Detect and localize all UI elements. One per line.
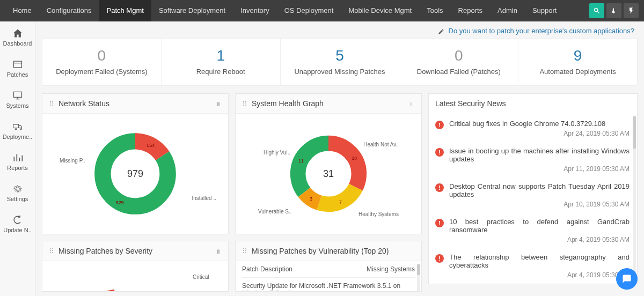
svg-text:825: 825: [116, 200, 124, 205]
sidebar-item-systems[interactable]: Systems: [0, 84, 35, 115]
table-row[interactable]: Security Update for Microsoft .NET Frame…: [242, 278, 415, 292]
sidebar-item-dashboard[interactable]: Dashboard: [0, 21, 35, 53]
scrollbar-thumb[interactable]: [633, 116, 636, 149]
kpi-value: 1: [166, 47, 276, 64]
col-patch-description: Patch Description: [242, 265, 356, 273]
kpi-download-failed-patches-[interactable]: 0Download Failed (Patches): [399, 39, 518, 85]
patches-icon: [12, 59, 23, 70]
kpi-require-reboot[interactable]: 1Require Reboot: [162, 39, 281, 85]
sidebar-item-update[interactable]: Update N..: [0, 208, 35, 239]
truck-icon: [12, 121, 23, 132]
kpi-label: Automated Deployments: [523, 68, 633, 76]
flash-button[interactable]: [624, 3, 639, 18]
sidebar-item-reports[interactable]: Reports: [0, 146, 35, 177]
alert-icon: !: [435, 254, 444, 263]
news-title: 10 best practices to defend against Gand…: [449, 218, 630, 234]
nav-tab-os-deployment[interactable]: OS Deployment: [277, 0, 341, 21]
vulnerable-systems-label: Vulnerable S..: [258, 209, 291, 214]
banner-link[interactable]: Do you want to patch your enterprise's c…: [449, 27, 634, 35]
kpi-value: 0: [404, 47, 514, 64]
alert-icon: !: [435, 219, 444, 227]
kpi-label: Deployment Failed (Systems): [47, 68, 157, 76]
rocket-icon: [610, 7, 618, 14]
rocket-button[interactable]: [606, 3, 621, 18]
news-title: Desktop Central now supports Patch Tuesd…: [449, 182, 630, 198]
nav-tab-home[interactable]: Home: [5, 0, 39, 21]
svg-text:11: 11: [298, 158, 304, 164]
edit-icon: [438, 28, 444, 35]
drag-handle-icon[interactable]: ⠿: [242, 247, 247, 255]
kpi-value: 9: [523, 47, 633, 64]
sidebar-item-settings[interactable]: Settings: [0, 177, 35, 208]
nav-tab-patch-mgmt[interactable]: Patch Mgmt: [99, 0, 151, 21]
news-item[interactable]: !Issue in booting up the machines after …: [435, 147, 630, 173]
main-content: Do you want to patch your enterprise's c…: [35, 21, 644, 296]
vuln-card: ⠿ Missing Patches by Vulnerability (Top …: [235, 241, 422, 292]
news-card: Latest Security News !Critical bug fixes…: [428, 93, 638, 284]
donut-center-value: 31: [323, 168, 334, 180]
installed-label: Installed ..: [192, 195, 216, 201]
chart-options-icon[interactable]: ⫼: [216, 100, 222, 107]
kpi-value: 0: [47, 47, 157, 64]
nav-tab-mobile-device-mgmt[interactable]: Mobile Device Mgmt: [341, 0, 419, 21]
chat-icon: [622, 274, 632, 284]
nav-tab-software-deployment[interactable]: Software Deployment: [151, 0, 233, 21]
severity-donut-partial: [42, 261, 216, 292]
alert-icon: !: [435, 148, 444, 157]
sidebar-item-deployment[interactable]: Deployme..: [0, 115, 35, 146]
sidebar-label: Update N..: [3, 227, 32, 233]
search-button[interactable]: [589, 3, 604, 18]
nav-tab-tools[interactable]: Tools: [419, 0, 450, 21]
kpi-deployment-failed-systems-[interactable]: 0Deployment Failed (Systems): [42, 39, 162, 85]
col-missing-systems: Missing Systems: [356, 265, 415, 273]
chart-options-icon[interactable]: ⫼: [409, 100, 415, 107]
nav-tab-reports[interactable]: Reports: [451, 0, 491, 21]
scrollbar-thumb[interactable]: [417, 264, 420, 275]
highly-vulnerable-label: Highly Vul..: [264, 150, 290, 156]
kpi-unapproved-missing-patches[interactable]: 5Unapproved Missing Patches: [281, 39, 400, 85]
network-donut: 154825 979 Missing P.. Installed ..: [49, 120, 222, 227]
card-title: Missing Patches by Severity: [58, 247, 216, 255]
drag-handle-icon[interactable]: ⠿: [242, 100, 247, 108]
news-item[interactable]: !Critical bug fixes in Google Chrome 74.…: [435, 120, 630, 137]
card-title: Network Status: [58, 99, 216, 108]
news-item[interactable]: !Desktop Central now supports Patch Tues…: [435, 182, 630, 208]
news-date: Apr 24, 2019 05:30 AM: [449, 130, 630, 137]
kpi-automated-deployments[interactable]: 9Automated Deployments: [518, 39, 637, 85]
news-item[interactable]: !10 best practices to defend against Gan…: [435, 218, 630, 243]
news-item[interactable]: !The relationship between steganography …: [435, 253, 630, 278]
donut-center-value: 979: [127, 168, 143, 180]
top-nav: HomeConfigurationsPatch MgmtSoftware Dep…: [0, 0, 644, 21]
kpi-value: 5: [285, 47, 395, 64]
nav-tab-inventory[interactable]: Inventory: [233, 0, 276, 21]
news-date: Apr 10, 2019 05:30 AM: [449, 201, 630, 208]
news-title: Critical bug fixes in Google Chrome 74.0…: [449, 120, 630, 128]
news-date: Apr 4, 2019 05:30 AM: [449, 271, 630, 278]
sidebar-label: Deployme..: [3, 134, 33, 140]
table-header: Patch Description Missing Systems: [242, 261, 415, 278]
chat-fab[interactable]: [616, 268, 638, 290]
sidebar-item-patches[interactable]: Patches: [0, 53, 35, 84]
health-card: ⠿ System Health Graph ⫼ 107311 31 Highly…: [235, 93, 422, 234]
sidebar-label: Dashboard: [3, 40, 32, 47]
drag-handle-icon[interactable]: ⠿: [49, 247, 54, 255]
chart-options-icon[interactable]: ⫼: [216, 248, 222, 254]
chart-icon: [12, 152, 23, 163]
refresh-icon: [12, 214, 23, 225]
flash-icon: [627, 7, 635, 14]
drag-handle-icon[interactable]: ⠿: [49, 100, 54, 108]
news-date: Apr 4, 2019 05:30 AM: [449, 236, 630, 243]
patch-description-cell: Security Update for Microsoft .NET Frame…: [242, 282, 415, 292]
card-title: Latest Security News: [435, 99, 631, 108]
sidebar-label: Reports: [7, 165, 28, 171]
nav-tab-support[interactable]: Support: [525, 0, 565, 21]
kpi-label: Require Reboot: [166, 68, 276, 76]
card-title: Missing Patches by Vulnerability (Top 20…: [252, 247, 415, 255]
nav-tab-admin[interactable]: Admin: [490, 0, 525, 21]
health-donut: 107311 31 Highly Vul.. Health Not Av.. V…: [242, 120, 415, 227]
gear-icon: [12, 183, 23, 194]
health-not-available-label: Health Not Av..: [363, 142, 399, 147]
home-icon: [12, 28, 23, 39]
severity-card: ⠿ Missing Patches by Severity ⫼ Critical: [42, 241, 229, 292]
nav-tab-configurations[interactable]: Configurations: [39, 0, 99, 21]
